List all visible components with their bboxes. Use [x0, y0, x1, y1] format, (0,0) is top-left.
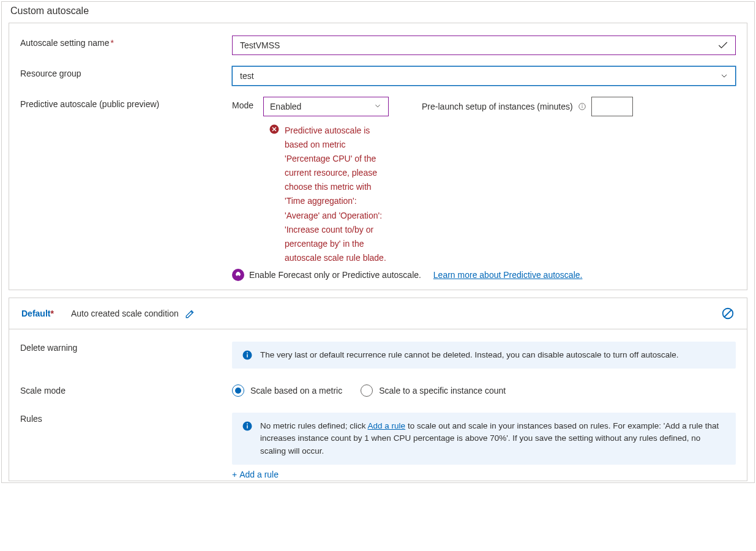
label-mode: Mode — [232, 97, 253, 110]
check-icon — [717, 39, 729, 51]
info-icon[interactable] — [578, 102, 586, 111]
radio-icon — [361, 384, 373, 397]
svg-point-14 — [247, 424, 248, 425]
prelaunch-group: Pre-launch setup of instances (minutes) — [422, 97, 633, 116]
row-scale-mode: Scale mode Scale based on a metric Scale… — [20, 384, 736, 397]
scale-condition-box: Default* Auto created scale condition De… — [9, 298, 747, 481]
row-predictive: Predictive autoscale (public preview) Mo… — [20, 97, 736, 281]
error-text: Predictive autoscale is based on metric … — [285, 124, 392, 265]
radio-count-label: Scale to a specific instance count — [379, 386, 506, 395]
svg-line-8 — [725, 310, 732, 317]
pencil-icon[interactable] — [185, 308, 196, 319]
svg-point-2 — [582, 105, 582, 105]
autoscale-settings-box: Autoscale setting name* Resource group — [9, 23, 747, 290]
condition-default-label: Default* — [21, 309, 54, 318]
add-rule-label: Add a rule — [239, 470, 279, 479]
rules-callout: No metric rules defined; click Add a rul… — [232, 413, 736, 465]
info-icon — [242, 421, 253, 432]
forecast-learn-more-link[interactable]: Learn more about Predictive autoscale. — [433, 270, 583, 280]
svg-rect-13 — [247, 425, 248, 429]
delete-warning-text: The very last or default recurrence rule… — [260, 349, 678, 361]
rules-text-pre: No metric rules defined; click — [260, 421, 368, 430]
plus-icon: + — [232, 470, 237, 479]
label-setting-name-text: Autoscale setting name — [20, 38, 110, 48]
chevron-down-icon — [719, 71, 729, 81]
label-scale-mode: Scale mode — [20, 384, 232, 395]
setting-name-input[interactable] — [239, 40, 717, 51]
custom-autoscale-panel: Custom autoscale Autoscale setting name*… — [1, 1, 755, 483]
condition-header: Default* Auto created scale condition — [9, 298, 747, 329]
chevron-down-icon — [373, 102, 382, 112]
label-delete-warning: Delete warning — [20, 342, 232, 353]
forecast-hint: Enable Forecast only or Predictive autos… — [232, 269, 736, 281]
condition-body: Delete warning The very last or default … — [9, 329, 747, 481]
radio-scale-metric[interactable]: Scale based on a metric — [232, 384, 342, 397]
error-icon — [269, 124, 280, 135]
radio-scale-count[interactable]: Scale to a specific instance count — [361, 384, 506, 397]
svg-rect-10 — [247, 354, 248, 357]
required-star: * — [111, 38, 114, 48]
delete-warning-callout: The very last or default recurrence rule… — [232, 342, 736, 369]
label-prelaunch: Pre-launch setup of instances (minutes) — [422, 102, 573, 111]
label-predictive: Predictive autoscale (public preview) — [20, 97, 232, 109]
rocket-icon — [232, 269, 244, 281]
condition-subtitle: Auto created scale condition — [71, 309, 179, 318]
add-a-rule-inline-link[interactable]: Add a rule — [368, 421, 406, 430]
forecast-text: Enable Forecast only or Predictive autos… — [249, 270, 421, 280]
error-message: Predictive autoscale is based on metric … — [269, 124, 736, 265]
radio-icon-selected — [232, 384, 244, 397]
label-rules: Rules — [20, 413, 232, 424]
info-icon — [242, 350, 253, 361]
resource-group-value[interactable] — [239, 70, 719, 81]
row-resource-group: Resource group — [20, 66, 736, 86]
prelaunch-input[interactable] — [591, 97, 633, 116]
label-resource-group: Resource group — [20, 66, 232, 78]
row-setting-name: Autoscale setting name* — [20, 36, 736, 55]
mode-dropdown[interactable]: Enabled — [263, 97, 389, 116]
label-setting-name: Autoscale setting name* — [20, 36, 232, 48]
row-rules: Rules No metric rules defined; click Add… — [20, 413, 736, 479]
resource-group-select[interactable] — [232, 66, 736, 86]
add-rule-link[interactable]: + Add a rule — [232, 470, 279, 479]
required-star: * — [50, 309, 53, 318]
setting-name-input-wrap[interactable] — [232, 36, 736, 55]
svg-point-11 — [247, 352, 248, 353]
mode-value: Enabled — [270, 102, 301, 111]
radio-metric-label: Scale based on a metric — [250, 386, 342, 395]
ban-icon[interactable] — [721, 307, 735, 320]
scale-mode-radios: Scale based on a metric Scale to a speci… — [232, 384, 736, 397]
row-delete-warning: Delete warning The very last or default … — [20, 342, 736, 369]
rules-callout-text: No metric rules defined; click Add a rul… — [260, 420, 726, 457]
condition-default-text: Default — [21, 309, 50, 318]
panel-title: Custom autoscale — [2, 2, 754, 23]
